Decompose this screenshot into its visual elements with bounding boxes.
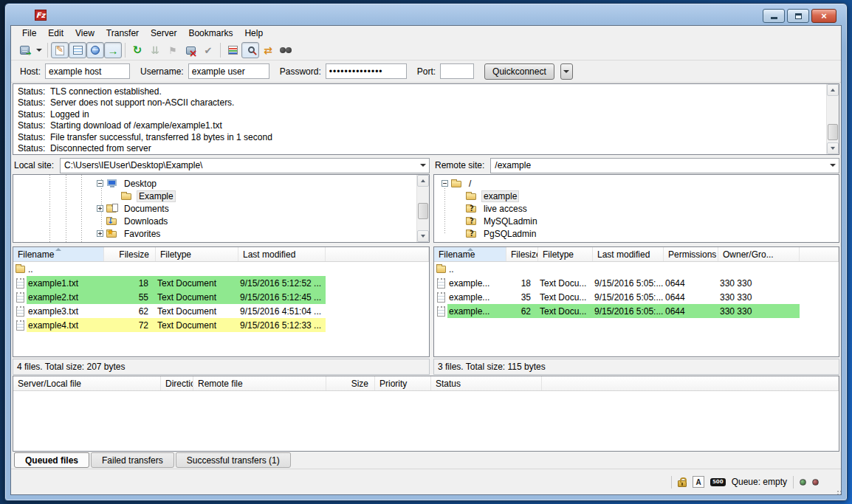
- quickconnect-button[interactable]: Quickconnect: [484, 63, 554, 80]
- file-row-example1[interactable]: example1.txt 18 Text Document 9/15/2016 …: [13, 276, 429, 290]
- secure-connection-lock-icon[interactable]: [678, 480, 687, 487]
- speed-limit-badge[interactable]: 500: [710, 478, 726, 486]
- local-site-combobox[interactable]: C:\Users\IEUser\Desktop\Example\: [60, 158, 430, 173]
- toggle-message-log-button[interactable]: [51, 42, 69, 58]
- synchronized-browsing-button[interactable]: ⇄: [259, 42, 277, 58]
- toggle-local-tree-button[interactable]: [69, 42, 86, 58]
- column-header-server-local-file[interactable]: Server/Local file: [13, 376, 161, 390]
- file-row-example3[interactable]: example3.txt 62 Text Document 9/15/2016 …: [13, 304, 429, 318]
- close-icon: ×: [821, 11, 827, 21]
- tree-item-root[interactable]: /: [434, 177, 839, 190]
- scrollbar-thumb[interactable]: [828, 124, 838, 140]
- tree-item-mysqladmin[interactable]: MySQLadmin: [434, 215, 839, 227]
- reconnect-icon: ✔: [205, 45, 213, 56]
- tree-item-desktop[interactable]: Desktop: [13, 177, 429, 190]
- cell-last-modified: 9/15/2016 4:51:04 ...: [238, 306, 326, 317]
- file-row-parent-dir[interactable]: ..: [13, 262, 429, 276]
- file-row-remote-1[interactable]: example... 18 Text Docu... 9/15/2016 5:0…: [434, 276, 839, 290]
- menu-help[interactable]: Help: [238, 27, 269, 40]
- column-header-owner-group[interactable]: Owner/Gro...: [718, 247, 800, 261]
- column-header-last-modified[interactable]: Last modified: [238, 247, 326, 261]
- menu-transfer[interactable]: Transfer: [100, 27, 145, 40]
- tree-item-documents[interactable]: Documents: [13, 202, 429, 215]
- green-led-indicator: [800, 479, 806, 486]
- local-tree-scrollbar[interactable]: [416, 175, 429, 242]
- tree-item-example[interactable]: Example: [13, 190, 429, 202]
- menu-bookmarks[interactable]: Bookmarks: [182, 27, 238, 40]
- expand-expander-icon[interactable]: [97, 230, 103, 237]
- site-manager-dropdown-button[interactable]: [33, 42, 44, 58]
- column-header-filetype[interactable]: Filetype: [538, 247, 593, 261]
- username-input[interactable]: [188, 63, 269, 79]
- message-log-scrollbar[interactable]: [826, 84, 839, 154]
- file-row-example2[interactable]: example2.txt 55 Text Document 9/15/2016 …: [13, 290, 429, 304]
- tree-item-label: MySQLadmin: [481, 215, 540, 227]
- menu-server[interactable]: Server: [145, 27, 182, 40]
- remote-site-combobox[interactable]: /example: [490, 158, 839, 173]
- reconnect-button[interactable]: ✔: [199, 42, 217, 58]
- column-header-status[interactable]: Status: [431, 376, 542, 390]
- cell-filename: example...: [447, 292, 506, 303]
- minimize-button[interactable]: [763, 9, 785, 23]
- column-header-filename[interactable]: Filename: [13, 247, 104, 261]
- column-header-direction[interactable]: Direction: [161, 376, 193, 390]
- collapse-expander-icon[interactable]: [97, 180, 103, 187]
- column-header-priority[interactable]: Priority: [375, 376, 431, 390]
- site-manager-button[interactable]: [16, 42, 33, 58]
- text-file-icon: [437, 278, 445, 289]
- resize-grip[interactable]: [837, 491, 839, 492]
- process-queue-button[interactable]: ⇊: [146, 42, 164, 58]
- expand-expander-icon[interactable]: [97, 205, 103, 212]
- toggle-remote-tree-button[interactable]: [86, 42, 104, 58]
- tab-queued-files[interactable]: Queued files: [14, 452, 89, 468]
- data-type-indicator[interactable]: A: [693, 476, 704, 488]
- local-pane: Local site: C:\Users\IEUser\Desktop\Exam…: [13, 156, 430, 375]
- tab-successful-transfers[interactable]: Successful transfers (1): [176, 452, 291, 468]
- toggle-transfer-queue-button[interactable]: →: [104, 42, 122, 58]
- directory-comparison-button[interactable]: [241, 42, 259, 58]
- collapse-expander-icon[interactable]: [442, 180, 448, 187]
- column-header-filesize[interactable]: Filesize: [506, 247, 538, 261]
- scroll-down-button[interactable]: [417, 230, 429, 242]
- host-input[interactable]: [45, 63, 130, 79]
- tree-item-live-access[interactable]: live access: [434, 202, 839, 215]
- column-header-filetype[interactable]: Filetype: [156, 247, 238, 261]
- close-button[interactable]: ×: [811, 9, 836, 23]
- cancel-operation-button[interactable]: ⚑: [164, 42, 182, 58]
- file-row-remote-2[interactable]: example... 35 Text Docu... 9/15/2016 5:0…: [434, 290, 839, 304]
- column-header-remote-file[interactable]: Remote file: [193, 376, 326, 390]
- disconnect-button[interactable]: [182, 42, 199, 58]
- tree-item-favorites[interactable]: Favorites: [13, 227, 429, 240]
- quickconnect-dropdown-button[interactable]: [560, 63, 573, 80]
- maximize-button[interactable]: [787, 9, 809, 23]
- column-header-filesize[interactable]: Filesize: [104, 247, 156, 261]
- status-label: Status:: [18, 97, 50, 108]
- text-file-icon: [437, 306, 445, 317]
- menu-view[interactable]: View: [69, 27, 100, 40]
- column-header-last-modified[interactable]: Last modified: [593, 247, 664, 261]
- refresh-button[interactable]: ↻: [128, 42, 146, 58]
- file-row-example4[interactable]: example4.txt 72 Text Document 9/15/2016 …: [13, 318, 429, 332]
- port-input[interactable]: [440, 63, 474, 79]
- file-row-parent-dir[interactable]: ..: [434, 262, 839, 276]
- menu-edit[interactable]: Edit: [42, 27, 69, 40]
- scroll-up-button[interactable]: [417, 175, 429, 187]
- scroll-up-button[interactable]: [827, 84, 839, 96]
- directory-filters-button[interactable]: [224, 42, 241, 58]
- titlebar[interactable]: Fz ×: [5, 4, 847, 22]
- scroll-down-button[interactable]: [827, 142, 839, 154]
- tree-item-example-remote[interactable]: example: [434, 190, 839, 202]
- tree-item-downloads[interactable]: Downloads: [13, 215, 429, 227]
- file-row-remote-3[interactable]: example... 62 Text Docu... 9/15/2016 5:0…: [434, 304, 839, 318]
- find-files-button[interactable]: [277, 42, 295, 58]
- column-header-size[interactable]: Size: [326, 376, 375, 390]
- scrollbar-thumb[interactable]: [418, 203, 428, 219]
- column-header-permissions[interactable]: Permissions: [664, 247, 718, 261]
- tab-failed-transfers[interactable]: Failed transfers: [91, 452, 174, 468]
- password-input[interactable]: [326, 63, 407, 79]
- column-header-filename[interactable]: Filename: [434, 247, 506, 261]
- scroll-down-icon: [421, 235, 425, 238]
- cell-filename: ..: [447, 264, 506, 275]
- menu-file[interactable]: File: [16, 27, 42, 40]
- tree-item-pgsqladmin[interactable]: PgSQLadmin: [434, 227, 839, 240]
